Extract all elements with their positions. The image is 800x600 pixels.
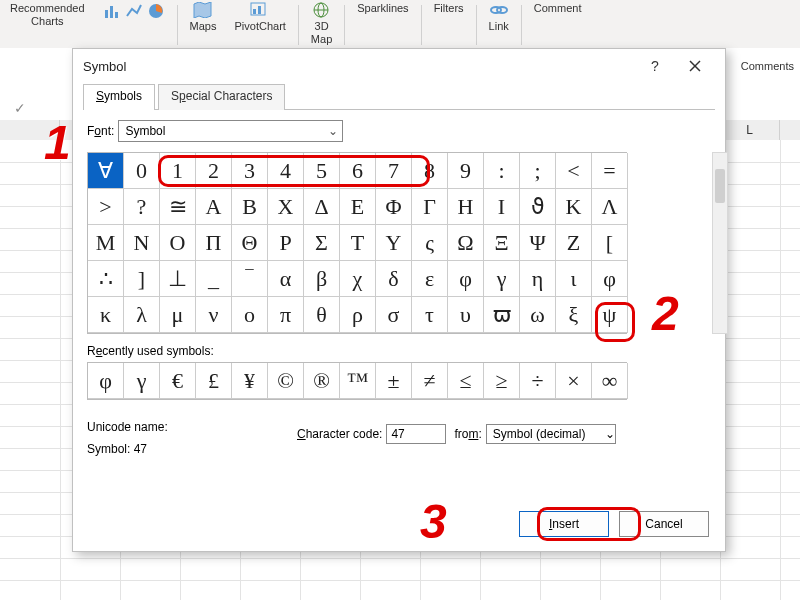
symbol-cell[interactable]: γ bbox=[484, 261, 520, 297]
symbol-cell[interactable]: ? bbox=[124, 189, 160, 225]
symbol-cell[interactable]: : bbox=[484, 153, 520, 189]
help-button[interactable]: ? bbox=[635, 52, 675, 80]
symbol-cell[interactable]: 3 bbox=[232, 153, 268, 189]
font-select[interactable]: Symbol ⌄ bbox=[118, 120, 343, 142]
symbol-cell[interactable]: Α bbox=[196, 189, 232, 225]
symbol-cell[interactable]: ς bbox=[412, 225, 448, 261]
symbol-cell[interactable]: Ω bbox=[448, 225, 484, 261]
symbol-cell[interactable]: ξ bbox=[556, 297, 592, 333]
symbol-cell[interactable]: Τ bbox=[340, 225, 376, 261]
symbol-cell[interactable]: Ψ bbox=[520, 225, 556, 261]
recent-symbol-cell[interactable]: γ bbox=[124, 363, 160, 399]
ribbon-sparklines[interactable]: Sparklines bbox=[351, 2, 414, 15]
symbol-cell[interactable]: ‾ bbox=[232, 261, 268, 297]
symbol-cell[interactable]: 1 bbox=[160, 153, 196, 189]
recent-symbol-cell[interactable]: ™ bbox=[340, 363, 376, 399]
symbol-cell[interactable]: ρ bbox=[340, 297, 376, 333]
ribbon-pivotchart[interactable]: PivotChart bbox=[229, 2, 292, 33]
recent-symbol-cell[interactable]: ≤ bbox=[448, 363, 484, 399]
ribbon-chart-icons[interactable] bbox=[97, 2, 171, 22]
symbol-cell[interactable]: = bbox=[592, 153, 628, 189]
recent-symbol-cell[interactable]: © bbox=[268, 363, 304, 399]
symbol-cell[interactable]: η bbox=[520, 261, 556, 297]
symbol-cell[interactable]: Φ bbox=[376, 189, 412, 225]
symbol-cell[interactable]: _ bbox=[196, 261, 232, 297]
symbol-cell[interactable]: μ bbox=[160, 297, 196, 333]
symbol-cell[interactable]: < bbox=[556, 153, 592, 189]
tab-symbols[interactable]: SSymbolsymbols bbox=[83, 84, 155, 110]
recent-symbol-cell[interactable]: ¥ bbox=[232, 363, 268, 399]
symbol-cell[interactable]: Θ bbox=[232, 225, 268, 261]
col-header[interactable]: L bbox=[720, 120, 780, 140]
ribbon-link[interactable]: Link bbox=[483, 2, 515, 33]
recent-symbol-cell[interactable]: ∞ bbox=[592, 363, 628, 399]
symbol-cell[interactable]: 4 bbox=[268, 153, 304, 189]
from-select[interactable]: Symbol (decimal) ⌄ bbox=[486, 424, 616, 444]
recent-symbol-cell[interactable]: ≠ bbox=[412, 363, 448, 399]
ribbon-recommended-charts[interactable]: Recommended Charts bbox=[4, 2, 91, 28]
symbol-cell[interactable]: τ bbox=[412, 297, 448, 333]
cancel-button[interactable]: Cancel bbox=[619, 511, 709, 537]
recent-symbol-cell[interactable]: ® bbox=[304, 363, 340, 399]
symbol-cell[interactable]: Β bbox=[232, 189, 268, 225]
recent-symbol-cell[interactable]: ≥ bbox=[484, 363, 520, 399]
symbol-cell[interactable]: Ι bbox=[484, 189, 520, 225]
recent-symbol-cell[interactable]: ± bbox=[376, 363, 412, 399]
ribbon-3dmap[interactable]: 3D Map bbox=[305, 2, 338, 46]
symbol-cell[interactable]: χ bbox=[340, 261, 376, 297]
symbol-cell[interactable]: ϑ bbox=[520, 189, 556, 225]
symbol-cell[interactable]: β bbox=[304, 261, 340, 297]
symbol-cell[interactable]: φ bbox=[592, 261, 628, 297]
scrollbar-thumb[interactable] bbox=[715, 169, 725, 203]
symbol-cell[interactable]: ε bbox=[412, 261, 448, 297]
symbol-cell[interactable]: π bbox=[268, 297, 304, 333]
symbol-cell[interactable]: κ bbox=[88, 297, 124, 333]
symbol-cell[interactable]: 5 bbox=[304, 153, 340, 189]
symbol-cell[interactable]: ⊥ bbox=[160, 261, 196, 297]
symbol-cell[interactable]: Ξ bbox=[484, 225, 520, 261]
symbol-cell[interactable]: 0 bbox=[124, 153, 160, 189]
symbol-cell[interactable]: ∴ bbox=[88, 261, 124, 297]
symbol-cell[interactable]: ψ bbox=[592, 297, 628, 333]
symbol-cell[interactable]: ω bbox=[520, 297, 556, 333]
insert-button[interactable]: Insert Insert bbox=[519, 511, 609, 537]
symbol-scrollbar[interactable] bbox=[712, 152, 728, 334]
symbol-cell[interactable]: ϖ bbox=[484, 297, 520, 333]
symbol-cell[interactable]: Ν bbox=[124, 225, 160, 261]
symbol-cell[interactable]: Γ bbox=[412, 189, 448, 225]
symbol-cell[interactable]: 9 bbox=[448, 153, 484, 189]
symbol-cell[interactable]: Π bbox=[196, 225, 232, 261]
recent-symbol-cell[interactable]: φ bbox=[88, 363, 124, 399]
symbol-cell[interactable]: [ bbox=[592, 225, 628, 261]
symbol-cell[interactable]: Χ bbox=[268, 189, 304, 225]
symbol-cell[interactable]: λ bbox=[124, 297, 160, 333]
symbol-cell[interactable]: ] bbox=[124, 261, 160, 297]
recent-symbol-cell[interactable]: × bbox=[556, 363, 592, 399]
symbol-cell[interactable]: Ε bbox=[340, 189, 376, 225]
symbol-cell[interactable]: 2 bbox=[196, 153, 232, 189]
symbol-cell[interactable]: θ bbox=[304, 297, 340, 333]
symbol-cell[interactable]: 7 bbox=[376, 153, 412, 189]
symbol-cell[interactable]: ∀ bbox=[88, 153, 124, 189]
symbol-cell[interactable]: υ bbox=[448, 297, 484, 333]
recent-symbol-cell[interactable]: € bbox=[160, 363, 196, 399]
ribbon-filters[interactable]: Filters bbox=[428, 2, 470, 15]
symbol-cell[interactable]: Υ bbox=[376, 225, 412, 261]
comments-tab[interactable]: Comments bbox=[741, 60, 794, 72]
symbol-cell[interactable]: Ο bbox=[160, 225, 196, 261]
symbol-cell[interactable]: ≅ bbox=[160, 189, 196, 225]
symbol-cell[interactable]: Κ bbox=[556, 189, 592, 225]
symbol-cell[interactable]: > bbox=[88, 189, 124, 225]
symbol-cell[interactable]: Μ bbox=[88, 225, 124, 261]
symbol-cell[interactable]: Σ bbox=[304, 225, 340, 261]
symbol-cell[interactable]: 8 bbox=[412, 153, 448, 189]
symbol-cell[interactable]: ο bbox=[232, 297, 268, 333]
recent-symbol-cell[interactable]: £ bbox=[196, 363, 232, 399]
symbol-cell[interactable]: ; bbox=[520, 153, 556, 189]
ribbon-comment[interactable]: Comment bbox=[528, 2, 588, 15]
symbol-cell[interactable]: Η bbox=[448, 189, 484, 225]
char-code-input[interactable] bbox=[386, 424, 446, 444]
symbol-cell[interactable]: Ζ bbox=[556, 225, 592, 261]
symbol-cell[interactable]: ι bbox=[556, 261, 592, 297]
symbol-cell[interactable]: Λ bbox=[592, 189, 628, 225]
